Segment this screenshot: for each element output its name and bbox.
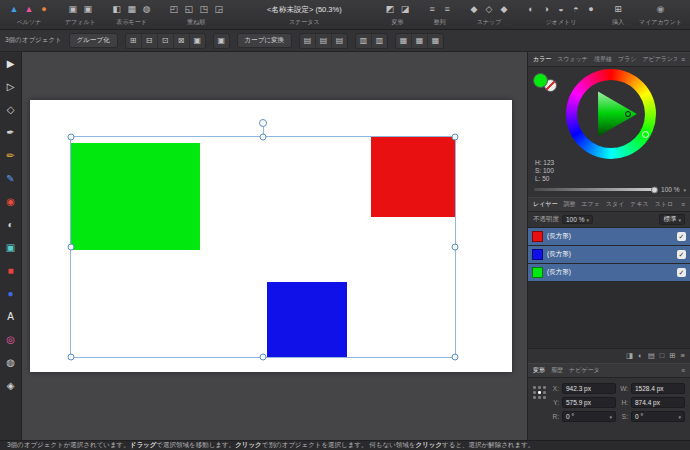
- vector-crop-tool[interactable]: ▣: [3, 241, 19, 254]
- account-icon[interactable]: ◉: [655, 4, 667, 16]
- x-field[interactable]: 942.3 px: [562, 383, 616, 394]
- layer-row[interactable]: (長方形) ✓: [528, 246, 690, 264]
- toolbar-icon[interactable]: ▣: [67, 4, 79, 16]
- panel-tab[interactable]: エフェ: [581, 200, 599, 209]
- stack-order-icon[interactable]: ◰: [168, 4, 180, 16]
- stack-order-icon[interactable]: ◱: [183, 4, 195, 16]
- corner-tool[interactable]: ◇: [3, 103, 19, 116]
- view-mode-icon[interactable]: ◧: [111, 4, 123, 16]
- panel-tab[interactable]: テキス: [630, 200, 648, 209]
- pen-tool[interactable]: ✒: [3, 126, 19, 139]
- saturation-indicator[interactable]: [625, 111, 631, 117]
- view-tool[interactable]: ◈: [3, 379, 19, 392]
- persona-icon[interactable]: ●: [38, 4, 50, 16]
- panel-tab[interactable]: ブラシ: [618, 55, 636, 64]
- anchor-point-selector[interactable]: [533, 386, 546, 399]
- rectangle-tool[interactable]: ■: [3, 264, 19, 277]
- ellipse-tool[interactable]: ●: [3, 287, 19, 300]
- layers-footer-icon[interactable]: ≡: [681, 352, 685, 360]
- blend-mode-select[interactable]: 標準▾: [659, 214, 685, 225]
- align-icon[interactable]: ▤: [332, 34, 347, 48]
- snap-icon[interactable]: ◆: [498, 4, 510, 16]
- panel-tab[interactable]: スタイ: [606, 200, 624, 209]
- green-rectangle[interactable]: [70, 143, 200, 250]
- transparency-tool[interactable]: ◐: [3, 218, 19, 231]
- persona-icon[interactable]: ▲: [23, 4, 35, 16]
- align-icon[interactable]: ▦: [412, 34, 428, 48]
- geometry-icon[interactable]: ◒: [555, 4, 567, 16]
- layer-row[interactable]: (長方形) ✓: [528, 264, 690, 282]
- snap-icon[interactable]: ◇: [483, 4, 495, 16]
- panel-tab[interactable]: ナビゲータ: [569, 366, 600, 375]
- align-icon[interactable]: ≡: [441, 4, 453, 16]
- geometry-icon[interactable]: ◑: [540, 4, 552, 16]
- layer-row[interactable]: (長方形) ✓: [528, 228, 690, 246]
- color-picker-tool[interactable]: ◎: [3, 333, 19, 346]
- panel-tab[interactable]: 履歴: [551, 366, 563, 375]
- layers-opacity-value[interactable]: 100 %▾: [562, 215, 593, 224]
- panel-menu-icon[interactable]: ≡: [681, 56, 685, 63]
- align-icon[interactable]: ▤: [300, 34, 316, 48]
- distribute-icon[interactable]: ▥: [372, 34, 387, 48]
- opacity-slider[interactable]: [534, 188, 657, 191]
- panel-tab[interactable]: アピアランス: [642, 55, 677, 64]
- y-field[interactable]: 575.9 px: [562, 397, 616, 408]
- chevron-down-icon[interactable]: ▾: [683, 187, 686, 193]
- panel-tab[interactable]: カラー: [533, 55, 551, 64]
- layers-footer-icon[interactable]: ⊞: [669, 352, 675, 360]
- panel-tab[interactable]: レイヤー: [533, 200, 557, 209]
- persona-icon[interactable]: ▲: [8, 4, 20, 16]
- height-field[interactable]: 874.4 px: [631, 397, 685, 408]
- insert-mode-icon[interactable]: ⊞: [126, 34, 142, 48]
- move-tool[interactable]: ▶: [3, 57, 19, 70]
- hue-indicator[interactable]: [642, 131, 649, 138]
- align-icon[interactable]: ▤: [316, 34, 332, 48]
- layers-list[interactable]: (長方形) ✓ (長方形) ✓ (長方形) ✓: [528, 228, 690, 348]
- brush-tool[interactable]: ✎: [3, 172, 19, 185]
- pencil-tool[interactable]: ✏: [3, 149, 19, 162]
- fill-tool[interactable]: ◉: [3, 195, 19, 208]
- zoom-tool[interactable]: ◍: [3, 356, 19, 369]
- insert-mode-icon[interactable]: ⊡: [158, 34, 174, 48]
- transform-icon[interactable]: ◪: [399, 4, 411, 16]
- align-icon[interactable]: ▦: [428, 34, 443, 48]
- insert-mode-icon[interactable]: ⊟: [142, 34, 158, 48]
- transform-icon[interactable]: ◩: [384, 4, 396, 16]
- red-rectangle[interactable]: [371, 136, 456, 217]
- panel-tab[interactable]: 変形: [533, 366, 545, 375]
- align-icon[interactable]: ▦: [396, 34, 412, 48]
- layers-footer-icon[interactable]: ◨: [626, 352, 633, 360]
- distribute-icon[interactable]: ▥: [356, 34, 372, 48]
- layers-footer-icon[interactable]: □: [660, 352, 665, 360]
- width-field[interactable]: 1528.4 px: [631, 383, 685, 394]
- rotation-field[interactable]: 0 °▾: [562, 411, 616, 422]
- panel-tab[interactable]: 境界線: [594, 55, 612, 64]
- geometry-icon[interactable]: ◓: [570, 4, 582, 16]
- group-button[interactable]: グループ化: [69, 33, 118, 48]
- canvas-area[interactable]: [22, 52, 527, 440]
- text-tool[interactable]: A: [3, 310, 19, 323]
- isolate-icon[interactable]: ▣: [214, 34, 229, 48]
- view-mode-icon[interactable]: ▦: [126, 4, 138, 16]
- toolbar-icon[interactable]: ▣: [82, 4, 94, 16]
- shear-field[interactable]: 0 °▾: [631, 411, 685, 422]
- color-wheel[interactable]: [566, 69, 656, 159]
- node-tool[interactable]: ▷: [3, 80, 19, 93]
- fill-color-swatch[interactable]: [533, 73, 548, 88]
- layer-visibility-checkbox[interactable]: ✓: [677, 250, 686, 259]
- layers-footer-icon[interactable]: ◐: [638, 352, 643, 360]
- convert-to-curves-button[interactable]: カーブに変換: [237, 33, 292, 48]
- insert-icon[interactable]: ⊞: [612, 4, 624, 16]
- layer-visibility-checkbox[interactable]: ✓: [677, 232, 686, 241]
- layers-footer-icon[interactable]: ▤: [648, 352, 655, 360]
- align-icon[interactable]: ≡: [426, 4, 438, 16]
- snap-icon[interactable]: ◆: [468, 4, 480, 16]
- insert-mode-icon[interactable]: ⊠: [174, 34, 190, 48]
- stack-order-icon[interactable]: ◲: [213, 4, 225, 16]
- layer-visibility-checkbox[interactable]: ✓: [677, 268, 686, 277]
- panel-tab[interactable]: 調整: [563, 200, 575, 209]
- geometry-icon[interactable]: ●: [585, 4, 597, 16]
- blue-rectangle[interactable]: [267, 282, 347, 358]
- panel-menu-icon[interactable]: ≡: [681, 201, 685, 208]
- panel-menu-icon[interactable]: ≡: [681, 367, 685, 374]
